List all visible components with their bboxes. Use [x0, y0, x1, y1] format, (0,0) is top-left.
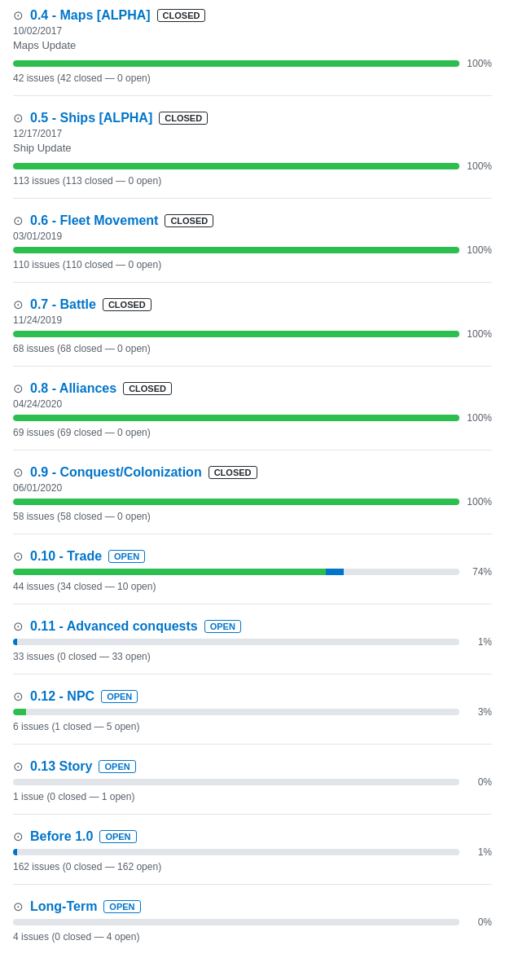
milestone-badge-08: CLOSED	[123, 382, 172, 395]
progress-container-013: 0%	[13, 776, 492, 788]
milestone-issues-08: 69 issues (69 closed — 0 open)	[13, 427, 492, 438]
issues-detail-011: (0 closed — 33 open)	[57, 651, 151, 662]
progress-track-011	[13, 639, 459, 645]
milestone-block-013: ⊙ 0.13 Story OPEN 0% 1 issue (0 closed —…	[13, 759, 492, 815]
issues-detail-013: (0 closed — 1 open)	[46, 791, 134, 802]
issues-label-012: 6 issues	[13, 721, 49, 732]
milestone-block-08: ⊙ 0.8 - Alliances CLOSED 04/24/2020 100%…	[13, 381, 492, 450]
milestone-header-06: ⊙ 0.6 - Fleet Movement CLOSED	[13, 213, 492, 228]
milestone-block-010: ⊙ 0.10 - Trade OPEN 74% 44 issues (34 cl…	[13, 549, 492, 604]
issues-label-08: 69 issues	[13, 427, 55, 438]
milestone-title-06[interactable]: 0.6 - Fleet Movement	[30, 213, 158, 228]
progress-track-013	[13, 779, 459, 785]
milestone-title-04[interactable]: 0.4 - Maps [ALPHA]	[30, 8, 151, 23]
milestone-header-013: ⊙ 0.13 Story OPEN	[13, 759, 492, 774]
progress-percent-010: 74%	[466, 566, 492, 578]
progress-percent-04: 100%	[466, 58, 492, 69]
milestone-issues-before10: 162 issues (0 closed — 162 open)	[13, 861, 492, 872]
progress-track-before10	[13, 849, 459, 855]
progress-container-011: 1%	[13, 636, 492, 648]
milestone-block-09: ⊙ 0.9 - Conquest/Colonization CLOSED 06/…	[13, 465, 492, 534]
milestone-title-longterm[interactable]: Long-Term	[30, 899, 97, 914]
issues-label-011: 33 issues	[13, 651, 55, 662]
milestone-icon-04: ⊙	[13, 8, 24, 23]
milestone-title-09[interactable]: 0.9 - Conquest/Colonization	[30, 465, 202, 480]
milestone-issues-011: 33 issues (0 closed — 33 open)	[13, 651, 492, 662]
progress-green-012	[13, 709, 26, 715]
progress-container-04: 100%	[13, 58, 492, 69]
progress-percent-longterm: 0%	[466, 916, 492, 928]
milestone-badge-011: OPEN	[204, 620, 241, 633]
milestone-badge-013: OPEN	[99, 760, 135, 773]
issues-label-06: 110 issues	[13, 259, 59, 270]
milestone-block-before10: ⊙ Before 1.0 OPEN 1% 162 issues (0 close…	[13, 829, 492, 885]
milestone-badge-before10: OPEN	[99, 830, 136, 843]
progress-container-06: 100%	[13, 244, 492, 256]
milestone-title-012[interactable]: 0.12 - NPC	[30, 689, 94, 704]
milestone-icon-07: ⊙	[13, 297, 24, 312]
milestone-issues-012: 6 issues (1 closed — 5 open)	[13, 721, 492, 732]
progress-percent-before10: 1%	[466, 846, 492, 858]
milestone-block-05: ⊙ 0.5 - Ships [ALPHA] CLOSED 12/17/2017S…	[13, 111, 492, 199]
milestone-title-08[interactable]: 0.8 - Alliances	[30, 381, 116, 396]
milestone-date-07: 11/24/2019	[13, 314, 492, 326]
milestone-icon-09: ⊙	[13, 465, 24, 480]
issues-detail-before10: (0 closed — 162 open)	[63, 861, 161, 872]
progress-blue-010	[326, 569, 344, 575]
progress-percent-05: 100%	[466, 160, 492, 172]
issues-detail-07: (68 closed — 0 open)	[57, 343, 151, 354]
milestone-header-09: ⊙ 0.9 - Conquest/Colonization CLOSED	[13, 465, 492, 480]
issues-label-07: 68 issues	[13, 343, 55, 354]
milestone-badge-05: CLOSED	[159, 112, 208, 125]
progress-percent-06: 100%	[466, 244, 492, 256]
milestone-title-before10[interactable]: Before 1.0	[30, 829, 93, 844]
milestone-issues-07: 68 issues (68 closed — 0 open)	[13, 343, 492, 354]
milestone-icon-011: ⊙	[13, 619, 24, 634]
milestone-header-before10: ⊙ Before 1.0 OPEN	[13, 829, 492, 844]
milestone-header-010: ⊙ 0.10 - Trade OPEN	[13, 549, 492, 564]
milestone-badge-012: OPEN	[101, 690, 138, 703]
milestone-desc-05: Ship Update	[13, 142, 492, 154]
milestone-title-07[interactable]: 0.7 - Battle	[30, 297, 96, 312]
milestone-block-longterm: ⊙ Long-Term OPEN 0% 4 issues (0 closed —…	[13, 899, 492, 954]
progress-container-012: 3%	[13, 706, 492, 718]
milestone-title-013[interactable]: 0.13 Story	[30, 759, 92, 774]
milestone-block-06: ⊙ 0.6 - Fleet Movement CLOSED 03/01/2019…	[13, 213, 492, 283]
milestone-icon-08: ⊙	[13, 381, 24, 396]
progress-green-04	[13, 60, 459, 67]
milestone-badge-010: OPEN	[108, 550, 145, 563]
milestone-title-011[interactable]: 0.11 - Advanced conquests	[30, 619, 198, 634]
issues-detail-05: (113 closed — 0 open)	[63, 175, 161, 187]
progress-percent-08: 100%	[466, 412, 492, 424]
progress-container-08: 100%	[13, 412, 492, 424]
milestone-block-012: ⊙ 0.12 - NPC OPEN 3% 6 issues (1 closed …	[13, 689, 492, 745]
issues-detail-08: (69 closed — 0 open)	[57, 427, 151, 438]
progress-container-07: 100%	[13, 328, 492, 340]
milestone-badge-longterm: OPEN	[103, 900, 140, 913]
milestone-title-010[interactable]: 0.10 - Trade	[30, 549, 102, 564]
progress-blue-before10	[13, 849, 17, 855]
progress-track-09	[13, 499, 459, 505]
milestone-badge-04: CLOSED	[157, 9, 206, 22]
milestone-header-05: ⊙ 0.5 - Ships [ALPHA] CLOSED	[13, 111, 492, 125]
progress-container-before10: 1%	[13, 846, 492, 858]
milestone-date-08: 04/24/2020	[13, 398, 492, 410]
progress-track-05	[13, 163, 459, 169]
milestones-list: ⊙ 0.4 - Maps [ALPHA] CLOSED 10/02/2017Ma…	[13, 8, 492, 954]
milestone-date-09: 06/01/2020	[13, 482, 492, 494]
milestone-header-012: ⊙ 0.12 - NPC OPEN	[13, 689, 492, 704]
milestone-header-011: ⊙ 0.11 - Advanced conquests OPEN	[13, 619, 492, 634]
progress-green-07	[13, 331, 459, 337]
progress-track-010	[13, 569, 459, 575]
milestone-icon-06: ⊙	[13, 213, 24, 228]
milestone-title-05[interactable]: 0.5 - Ships [ALPHA]	[30, 111, 152, 125]
issues-label-04: 42 issues	[13, 73, 55, 84]
milestone-issues-longterm: 4 issues (0 closed — 4 open)	[13, 931, 492, 943]
progress-blue-011	[13, 639, 17, 645]
progress-track-08	[13, 415, 459, 421]
milestone-badge-09: CLOSED	[209, 466, 257, 479]
milestone-block-04: ⊙ 0.4 - Maps [ALPHA] CLOSED 10/02/2017Ma…	[13, 8, 492, 96]
issues-label-longterm: 4 issues	[13, 931, 49, 943]
progress-green-06	[13, 247, 459, 253]
milestone-issues-06: 110 issues (110 closed — 0 open)	[13, 259, 492, 270]
